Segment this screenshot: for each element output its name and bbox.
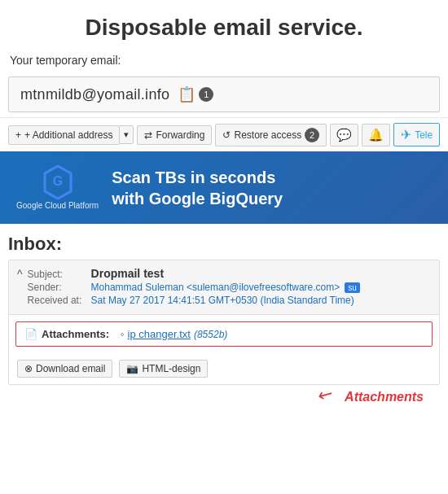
subject-value: Dropmail test: [91, 267, 164, 280]
attachment-bar: 📄 Attachments: ◦ ip changer.txt (8552b): [15, 321, 433, 347]
received-value: Sat May 27 2017 14:41:51 GMT+0530 (India…: [91, 295, 354, 306]
email-item: ^ Subject: Dropmail test Sender: Mohamma…: [8, 260, 440, 385]
received-label: Received at:: [28, 295, 86, 306]
annotation-arrow: ↗: [314, 383, 338, 409]
email-display-box: mtnmildb@yomail.info 📋 1: [8, 77, 440, 112]
page-title: Disposable email service.: [0, 0, 448, 49]
collapse-arrow[interactable]: ^: [17, 268, 23, 281]
ad-text-line1: Scan TBs in seconds: [112, 167, 283, 188]
ad-banner[interactable]: G Google Cloud Platform Scan TBs in seco…: [0, 151, 448, 224]
gcp-name: Google Cloud Platform: [16, 200, 99, 211]
gcp-logo: G Google Cloud Platform: [16, 164, 99, 211]
copy-icon[interactable]: 📋: [178, 85, 195, 103]
svg-text:G: G: [52, 174, 62, 188]
restore-access-label: Restore access: [234, 129, 301, 141]
telegram-label: Tele: [415, 129, 433, 141]
attachment-file: ◦ ip changer.txt (8552b): [121, 328, 227, 340]
email-meta: Subject: Dropmail test Sender: Mohammad …: [28, 267, 431, 308]
restore-access-button[interactable]: ↺ Restore access 2: [215, 124, 327, 146]
additional-address-button[interactable]: + + Additional address: [8, 125, 120, 145]
ad-content: Scan TBs in seconds with Google BigQuery: [112, 167, 283, 209]
attachment-link[interactable]: ip changer.txt: [128, 328, 191, 340]
forwarding-icon: ⇄: [144, 129, 152, 141]
flag-icon-button[interactable]: 🔔: [362, 124, 390, 146]
download-icon: ⊗: [24, 363, 33, 374]
temp-email-label: Your temporary email:: [0, 49, 448, 72]
email-icons: 📋 1: [178, 85, 213, 103]
attachment-bullet: ◦: [121, 328, 125, 340]
additional-address-dropdown[interactable]: ▾: [119, 125, 134, 144]
download-email-button[interactable]: ⊗ Download email: [17, 360, 112, 378]
plus-icon: +: [15, 129, 21, 141]
inbox-label: Inbox:: [0, 224, 448, 260]
ad-text-line2: with Google BigQuery: [112, 188, 283, 209]
gcp-hexagon-svg: G: [40, 164, 76, 200]
sender-value: Mohammad Suleman <suleman@ilovefreesoftw…: [91, 282, 340, 293]
html-design-button[interactable]: 📷 HTML-design: [119, 360, 208, 378]
telegram-button[interactable]: ✈ Tele: [393, 123, 440, 146]
sender-label: Sender:: [28, 282, 86, 293]
annotation-text: Attachments: [345, 390, 424, 404]
additional-address-label: + Additional address: [24, 129, 112, 141]
telegram-icon: ✈: [401, 127, 411, 142]
subject-label: Subject:: [28, 269, 86, 280]
restore-icon: ↺: [222, 129, 231, 141]
attachments-annotation: ↗ Attachments: [0, 385, 448, 413]
html-icon: 📷: [126, 363, 138, 374]
restore-badge: 2: [305, 128, 319, 142]
email-address: mtnmildb@yomail.info: [20, 86, 169, 103]
forwarding-label: Forwarding: [156, 129, 204, 141]
attachment-label: 📄 Attachments:: [24, 328, 114, 340]
email-actions: ⊗ Download email 📷 HTML-design: [9, 353, 439, 384]
toolbar: + + Additional address ▾ ⇄ Forwarding ↺ …: [0, 117, 448, 151]
html-design-label: HTML-design: [142, 363, 200, 374]
sender-badge: su: [345, 282, 360, 293]
received-row: Received at: Sat May 27 2017 14:41:51 GM…: [28, 295, 431, 306]
forwarding-button[interactable]: ⇄ Forwarding: [137, 125, 212, 145]
attachment-file-icon: 📄: [24, 328, 37, 340]
email-header: ^ Subject: Dropmail test Sender: Mohamma…: [9, 260, 439, 315]
attachment-size: (8552b): [194, 329, 227, 340]
subject-row: Subject: Dropmail test: [28, 267, 431, 280]
notification-badge: 1: [199, 87, 213, 102]
sender-row: Sender: Mohammad Suleman <suleman@ilovef…: [28, 282, 431, 293]
email-body: 📄 Attachments: ◦ ip changer.txt (8552b) …: [9, 321, 439, 384]
download-email-label: Download email: [36, 363, 105, 374]
chat-icon-button[interactable]: 💬: [330, 124, 358, 146]
